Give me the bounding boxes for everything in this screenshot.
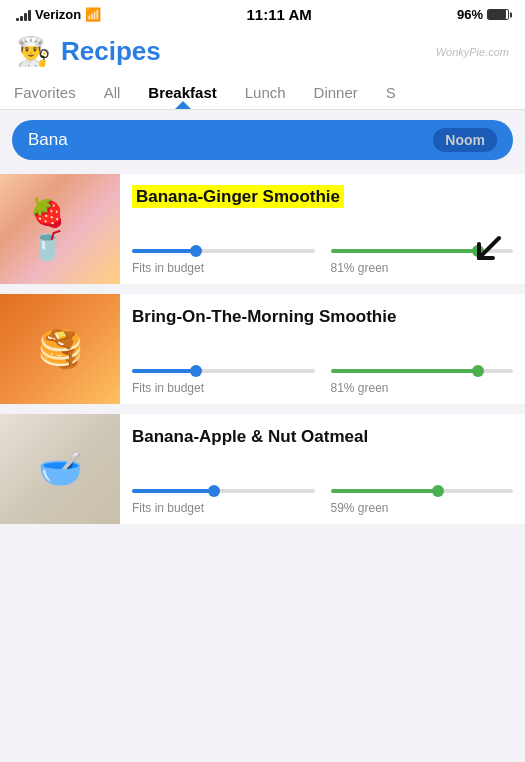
recipe-card[interactable]: Banana-Ginger Smoothie Fits in budget <box>0 174 525 284</box>
recipe-card[interactable]: Banana-Apple & Nut Oatmeal Fits in budge… <box>0 414 525 524</box>
carrier-label: Verizon <box>35 7 81 22</box>
status-time: 11:11 AM <box>246 6 311 23</box>
budget-thumb <box>190 245 202 257</box>
green-thumb <box>432 485 444 497</box>
search-text: Bana <box>28 130 68 150</box>
recipe-image <box>0 174 120 284</box>
green-stat: 59% green <box>331 489 514 516</box>
budget-thumb <box>208 485 220 497</box>
recipe-list: Banana-Ginger Smoothie Fits in budget <box>0 170 525 544</box>
green-label: 59% green <box>331 501 389 515</box>
budget-label: Fits in budget <box>132 381 204 395</box>
recipe-title: Bring-On-The-Morning Smoothie <box>132 306 513 327</box>
status-right: 96% <box>457 7 509 22</box>
recipe-title: Banana-Ginger Smoothie <box>132 186 513 207</box>
tab-more[interactable]: S <box>372 78 410 109</box>
app-header: 👨‍🍳 Recipes WonkyPie.com <box>0 27 525 72</box>
status-bar: Verizon 📶 11:11 AM 96% <box>0 0 525 27</box>
recipe-info: Banana-Apple & Nut Oatmeal Fits in budge… <box>120 414 525 524</box>
battery-icon <box>487 9 509 20</box>
budget-label: Fits in budget <box>132 501 204 515</box>
budget-stat: Fits in budget <box>132 489 315 516</box>
green-label: 81% green <box>331 261 389 275</box>
tab-favorites[interactable]: Favorites <box>0 78 90 109</box>
wifi-icon: 📶 <box>85 7 101 22</box>
signal-icon <box>16 9 31 21</box>
watermark: WonkyPie.com <box>436 46 509 58</box>
battery-pct: 96% <box>457 7 483 22</box>
chef-hat-icon: 👨‍🍳 <box>16 35 51 68</box>
budget-bar <box>132 369 315 373</box>
budget-label: Fits in budget <box>132 261 204 275</box>
noom-badge: Noom <box>433 128 497 152</box>
budget-bar <box>132 489 315 493</box>
app-title: Recipes <box>61 36 161 67</box>
recipe-info: Bring-On-The-Morning Smoothie Fits in bu… <box>120 294 525 404</box>
status-left: Verizon 📶 <box>16 7 101 22</box>
budget-thumb <box>190 365 202 377</box>
green-thumb <box>472 245 484 257</box>
tab-dinner[interactable]: Dinner <box>300 78 372 109</box>
green-stat: 81% green <box>331 249 514 276</box>
tab-all[interactable]: All <box>90 78 135 109</box>
green-bar <box>331 489 514 493</box>
recipe-stats: Fits in budget 81% green <box>132 249 513 276</box>
recipe-image <box>0 414 120 524</box>
green-bar <box>331 369 514 373</box>
green-stat: 81% green <box>331 369 514 396</box>
recipe-image <box>0 294 120 404</box>
green-label: 81% green <box>331 381 389 395</box>
budget-stat: Fits in budget <box>132 369 315 396</box>
tab-breakfast[interactable]: Breakfast <box>134 78 230 109</box>
green-thumb <box>472 365 484 377</box>
green-bar <box>331 249 514 253</box>
budget-bar <box>132 249 315 253</box>
category-tabs: Favorites All Breakfast Lunch Dinner S <box>0 72 525 110</box>
recipe-info: Banana-Ginger Smoothie Fits in budget <box>120 174 525 284</box>
recipe-stats: Fits in budget 81% green <box>132 369 513 396</box>
recipe-stats: Fits in budget 59% green <box>132 489 513 516</box>
search-bar[interactable]: Bana Noom <box>12 120 513 160</box>
recipe-card[interactable]: Bring-On-The-Morning Smoothie Fits in bu… <box>0 294 525 404</box>
recipe-title: Banana-Apple & Nut Oatmeal <box>132 426 513 447</box>
tab-lunch[interactable]: Lunch <box>231 78 300 109</box>
budget-stat: Fits in budget <box>132 249 315 276</box>
